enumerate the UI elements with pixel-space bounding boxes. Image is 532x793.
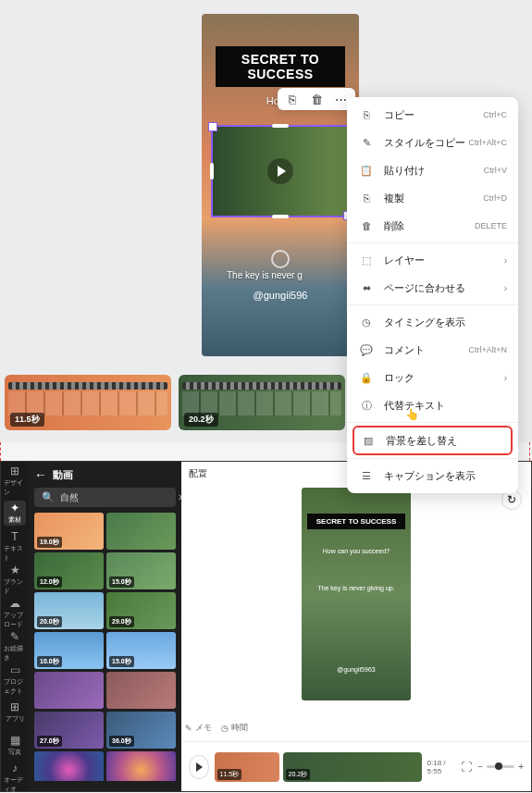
- search-input[interactable]: [60, 492, 178, 502]
- clip-duration: 11.5秒: [217, 769, 242, 780]
- canvas[interactable]: SECRET TO SUCCESS How c The key is never…: [0, 0, 532, 366]
- menu-label: キャプションを表示: [384, 469, 476, 483]
- copy-icon[interactable]: ⎘: [285, 92, 300, 106]
- phone-preview-2[interactable]: SECRET TO SUCCESS How can you succeed? T…: [302, 488, 411, 700]
- menu-lock[interactable]: 🔒ロック›: [347, 364, 518, 391]
- copy-style-icon: ✎: [358, 134, 375, 151]
- upload-icon: ☁: [9, 597, 20, 610]
- duplicate-icon: ⎘: [358, 190, 375, 206]
- sidebar-label: アプリ: [6, 714, 25, 724]
- video-thumbnail[interactable]: [106, 672, 176, 709]
- menu-paste[interactable]: 📋貼り付けCtrl+V: [347, 156, 518, 184]
- thumb-duration: 20.0秒: [37, 616, 62, 627]
- video-thumbnail[interactable]: 36.0秒: [106, 712, 176, 749]
- sidebar-item-photos[interactable]: ▦写真: [4, 733, 26, 758]
- sidebar-item-elements[interactable]: ✦素材: [4, 501, 26, 526]
- bottom-panel: ⊞デザイン✦素材Tテキスト★ブランド☁アップロード✎お絵描き▭プロジェクト⊞アプ…: [0, 461, 532, 792]
- menu-duplicate[interactable]: ⎘複製Ctrl+D: [347, 184, 518, 212]
- zoom-slider[interactable]: [487, 765, 514, 768]
- subtitle-1: How can you succeed?: [302, 548, 411, 554]
- menu-replace-background[interactable]: ▨背景を差し替え: [353, 426, 513, 455]
- video-thumbnail[interactable]: 15.0秒: [106, 632, 176, 669]
- video-thumbnail[interactable]: 29.0秒: [106, 592, 176, 629]
- clip-duration: 20.2秒: [286, 769, 311, 780]
- resize-handle-bottom[interactable]: [272, 215, 289, 218]
- timeline-clip-1[interactable]: 11.5秒: [5, 375, 171, 430]
- projects-icon: ▭: [10, 663, 20, 676]
- trash-icon[interactable]: 🗑: [309, 92, 324, 106]
- menu-label: ロック: [384, 371, 414, 385]
- sidebar-item-upload[interactable]: ☁アップロード: [4, 600, 26, 626]
- sidebar-item-projects[interactable]: ▭プロジェクト: [4, 666, 26, 692]
- sidebar-item-text[interactable]: Tテキスト: [4, 533, 26, 559]
- draw-icon: ✎: [10, 630, 19, 643]
- sidebar-label: プロジェクト: [4, 677, 26, 696]
- menu-delete[interactable]: 🗑削除DELETE: [347, 212, 518, 240]
- thumb-duration: 29.0秒: [109, 616, 134, 627]
- menu-comment[interactable]: 💬コメントCtrl+Alt+N: [347, 336, 518, 364]
- video-thumbnail[interactable]: 15.0秒: [106, 552, 176, 589]
- menu-divider: [347, 422, 518, 423]
- elements-panel: ← 動画 🔍 ✕ ⚙ 19.0秒12.0秒15.0秒20.0秒29.0秒10.0…: [29, 462, 181, 791]
- design-icon: ⊞: [10, 465, 19, 477]
- timeline-clip-2[interactable]: 20.2秒: [283, 752, 422, 782]
- menu-label: 削除: [384, 219, 404, 233]
- video-thumbnail[interactable]: 12.0秒: [34, 552, 104, 589]
- menu-divider: [347, 304, 518, 305]
- shortcut: Ctrl+D: [483, 193, 507, 203]
- menu-divider: [347, 458, 518, 459]
- back-arrow-icon[interactable]: ←: [34, 467, 47, 482]
- photos-icon: ▦: [10, 734, 20, 747]
- bottom-tabs: ✎ メモ ◷ 時間: [185, 722, 248, 734]
- more-icon[interactable]: ⋯: [333, 92, 348, 106]
- menu-fit-page[interactable]: ⬌ページに合わせる›: [347, 274, 518, 302]
- sidebar-item-brand[interactable]: ★ブランド: [4, 566, 26, 592]
- username: @gungii5963: [302, 666, 411, 673]
- sidebar-item-apps[interactable]: ⊞アプリ: [4, 700, 26, 725]
- menu-label: 背景を差し替え: [386, 434, 457, 448]
- menu-alt-text[interactable]: ⓘ代替テキスト: [347, 391, 518, 419]
- video-thumbnail[interactable]: [106, 513, 176, 550]
- sidebar-item-draw[interactable]: ✎お絵描き: [4, 633, 26, 659]
- video-thumbnail[interactable]: [34, 751, 104, 781]
- video-thumbnail[interactable]: 20.0秒: [34, 592, 104, 629]
- zoom-out-icon[interactable]: −: [477, 762, 483, 772]
- config-label[interactable]: 配置: [189, 467, 207, 480]
- sidebar-item-audio[interactable]: ♪オーディオ: [4, 765, 26, 791]
- video-thumbnail[interactable]: 10.0秒: [34, 632, 104, 669]
- selected-video-clip[interactable]: The key is never g: [211, 125, 350, 217]
- timeline-clip-1[interactable]: 11.5秒: [215, 752, 279, 782]
- search-box[interactable]: 🔍 ✕ ⚙: [34, 488, 176, 507]
- zoom-control[interactable]: − +: [477, 762, 524, 772]
- video-thumbnail[interactable]: 19.0秒: [34, 513, 104, 550]
- paste-icon: 📋: [358, 162, 375, 179]
- menu-label: 複製: [384, 192, 404, 205]
- menu-label: スタイルをコピー: [384, 136, 465, 150]
- loop-icon[interactable]: [271, 250, 290, 268]
- play-button[interactable]: [189, 755, 209, 779]
- menu-layer[interactable]: ⬚レイヤー›: [347, 246, 518, 274]
- timeline-clip-2[interactable]: 20.2秒: [179, 375, 345, 430]
- resize-handle-left[interactable]: [210, 163, 214, 180]
- zoom-in-icon[interactable]: +: [518, 762, 524, 772]
- menu-copy-style[interactable]: ✎スタイルをコピーCtrl+Alt+C: [347, 129, 518, 156]
- menu-show-timing[interactable]: ◷タイミングを表示: [347, 308, 518, 336]
- menu-copy[interactable]: ⎘コピーCtrl+C: [347, 101, 518, 129]
- play-icon[interactable]: [267, 158, 293, 184]
- video-thumbnail[interactable]: 27.0秒: [34, 712, 104, 749]
- video-thumbnail[interactable]: [34, 672, 104, 709]
- video-thumbnail[interactable]: [106, 751, 176, 781]
- resize-handle-top[interactable]: [272, 124, 289, 128]
- layer-icon: ⬚: [358, 252, 375, 268]
- sidebar-item-design[interactable]: ⊞デザイン: [4, 467, 26, 493]
- memo-tab[interactable]: ✎ メモ: [185, 722, 212, 734]
- comment-icon: 💬: [358, 341, 375, 358]
- menu-show-captions[interactable]: ☰キャプションを表示: [347, 462, 518, 489]
- sidebar-label: 写真: [8, 748, 21, 757]
- timeline-track[interactable]: 11.5秒 20.2秒: [215, 750, 422, 784]
- menu-label: タイミングを表示: [384, 316, 465, 329]
- chevron-right-icon: ›: [504, 255, 507, 266]
- fit-page-icon: ⬌: [358, 279, 375, 296]
- fullscreen-icon[interactable]: ⛶: [461, 761, 472, 774]
- duration-tab[interactable]: ◷ 時間: [221, 722, 248, 734]
